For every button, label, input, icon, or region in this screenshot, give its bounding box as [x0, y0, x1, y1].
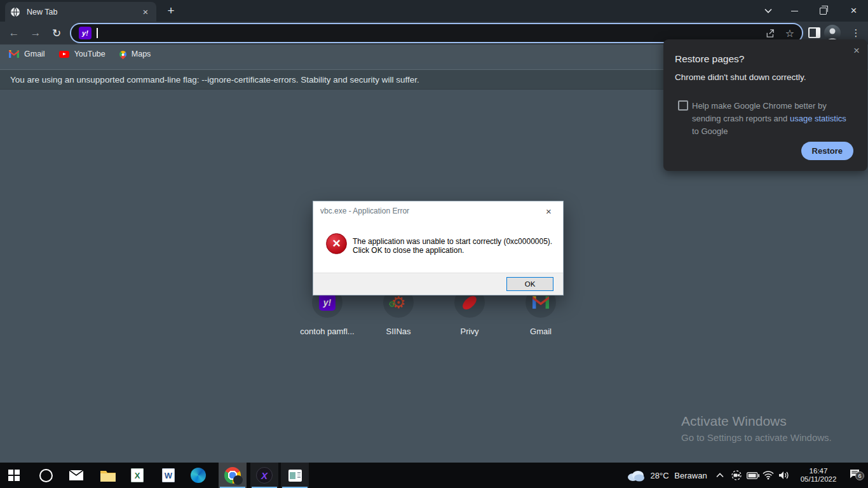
shortcut-label: Privy: [435, 327, 505, 336]
weather-condition[interactable]: Berawan: [671, 463, 710, 488]
chevron-down-icon: [764, 8, 772, 13]
globe-favicon-icon: [10, 7, 20, 17]
popup-close-icon[interactable]: ×: [853, 46, 860, 56]
shortcut-label: contoh pamfl...: [292, 327, 362, 336]
bookmark-gmail[interactable]: Gmail: [9, 48, 50, 60]
popup-title: Restore pages?: [675, 53, 744, 65]
clock-time: 16:47: [810, 467, 828, 476]
privy-logo-icon: [460, 294, 479, 311]
dialog-title: vbc.exe - Application Error: [320, 207, 409, 215]
cortana-icon: [39, 469, 53, 482]
form-app-icon: [288, 470, 302, 482]
windows-logo-icon: [8, 470, 20, 481]
maps-pin-icon: [118, 49, 128, 59]
notification-count-badge: 6: [855, 471, 864, 480]
restore-pages-popup: × Restore pages? Chrome didn't shut down…: [663, 39, 867, 171]
excel-icon: X: [131, 468, 144, 482]
watermark-title: Activate Windows: [681, 414, 832, 429]
battery-icon: [747, 472, 759, 479]
watermark-subtitle: Go to Settings to activate Windows.: [681, 432, 832, 443]
mail-app-button[interactable]: [61, 463, 92, 488]
crash-report-consent-text: Help make Google Chrome better by sendin…: [692, 100, 851, 138]
action-center-button[interactable]: 6: [844, 463, 865, 488]
reload-button[interactable]: ↻: [49, 25, 64, 41]
bookmark-maps[interactable]: Maps: [119, 48, 156, 60]
dialog-title-bar[interactable]: vbc.exe - Application Error ×: [313, 201, 563, 220]
running-app-x-button[interactable]: X: [250, 463, 278, 488]
taskbar-clock[interactable]: 16:47 05/11/2022: [793, 463, 844, 488]
battery-button[interactable]: [745, 463, 761, 488]
meet-now-camera-icon: [731, 470, 742, 480]
new-tab-button[interactable]: +: [164, 4, 178, 18]
cortana-button[interactable]: [31, 463, 61, 488]
tab-search-button[interactable]: [754, 0, 782, 22]
text-cursor: [97, 28, 98, 38]
error-message-line1: The application was unable to start corr…: [353, 237, 552, 246]
chrome-icon: [224, 467, 241, 484]
side-panel-icon[interactable]: [808, 27, 820, 38]
edge-button[interactable]: [184, 463, 212, 488]
edge-icon: [191, 468, 206, 483]
minimize-icon: [791, 11, 798, 11]
dialog-close-button[interactable]: ×: [534, 201, 563, 220]
excel-button[interactable]: X: [123, 463, 151, 488]
activate-windows-watermark: Activate Windows Go to Settings to activ…: [681, 414, 832, 443]
start-button[interactable]: [0, 463, 28, 488]
taskbar: X W X 28°C Berawan: [0, 463, 868, 488]
share-icon[interactable]: [764, 28, 775, 39]
volume-button[interactable]: [775, 463, 792, 488]
window-maximize-button[interactable]: [809, 0, 837, 22]
running-form-app-button[interactable]: [281, 463, 309, 488]
siinas-gear-small-icon: ⚙: [388, 300, 396, 308]
consent-text-suffix: to Google: [692, 126, 728, 136]
crash-report-checkbox[interactable]: [678, 100, 688, 111]
dialog-footer: OK: [313, 273, 563, 295]
window-close-button[interactable]: ×: [839, 0, 868, 22]
cloud-icon: [626, 469, 645, 482]
error-icon: ✕: [326, 233, 347, 254]
bookmark-star-icon[interactable]: ☆: [785, 27, 794, 39]
chevron-up-icon: [716, 473, 724, 478]
application-error-dialog: vbc.exe - Application Error × ✕ The appl…: [313, 201, 563, 295]
weather-temperature[interactable]: 28°C: [647, 463, 672, 488]
youtube-icon: [59, 51, 69, 58]
clock-date: 05/11/2022: [801, 475, 837, 484]
file-explorer-button[interactable]: [93, 463, 123, 488]
bookmark-youtube[interactable]: YouTube: [59, 48, 111, 60]
meet-now-button[interactable]: [728, 463, 745, 488]
tray-overflow-button[interactable]: [712, 463, 728, 488]
window-minimize-button[interactable]: [780, 0, 809, 22]
restore-button[interactable]: Restore: [801, 142, 853, 160]
word-icon: W: [162, 468, 175, 482]
desktop: New Tab × + × ← → ↻ y! ☆: [0, 0, 868, 488]
chrome-taskbar-button[interactable]: [219, 463, 247, 488]
weather-widget[interactable]: [623, 463, 648, 488]
tab-title: New Tab: [27, 8, 140, 17]
gmail-icon: [9, 50, 19, 58]
x-app-icon: X: [256, 467, 273, 484]
speaker-icon: [778, 471, 789, 480]
ok-button[interactable]: OK: [506, 277, 553, 291]
tab-new-tab[interactable]: New Tab ×: [5, 2, 156, 22]
shortcut-label: Gmail: [506, 327, 576, 336]
shortcut-label: SIINas: [363, 327, 433, 336]
chrome-tab-strip: New Tab × + ×: [0, 0, 868, 22]
bookmark-label: Gmail: [24, 50, 45, 58]
word-button[interactable]: W: [154, 463, 183, 488]
wifi-icon: [763, 471, 774, 480]
forward-button[interactable]: →: [28, 25, 43, 41]
restore-window-icon: [820, 8, 827, 15]
yahoo-site-icon: y!: [79, 27, 92, 39]
bookmark-label: Maps: [132, 50, 151, 58]
mail-icon: [69, 470, 83, 480]
error-message-line2: Click OK to close the application.: [353, 246, 464, 255]
usage-statistics-link[interactable]: usage statistics: [790, 114, 846, 123]
bookmark-label: YouTube: [74, 50, 105, 58]
folder-icon: [100, 470, 116, 482]
gmail-icon: [532, 296, 549, 309]
wifi-button[interactable]: [760, 463, 776, 488]
chrome-profile-badge: [233, 475, 243, 485]
tab-close-icon[interactable]: ×: [140, 6, 151, 18]
popup-message: Chrome didn't shut down correctly.: [675, 72, 806, 82]
back-button[interactable]: ←: [6, 25, 22, 41]
